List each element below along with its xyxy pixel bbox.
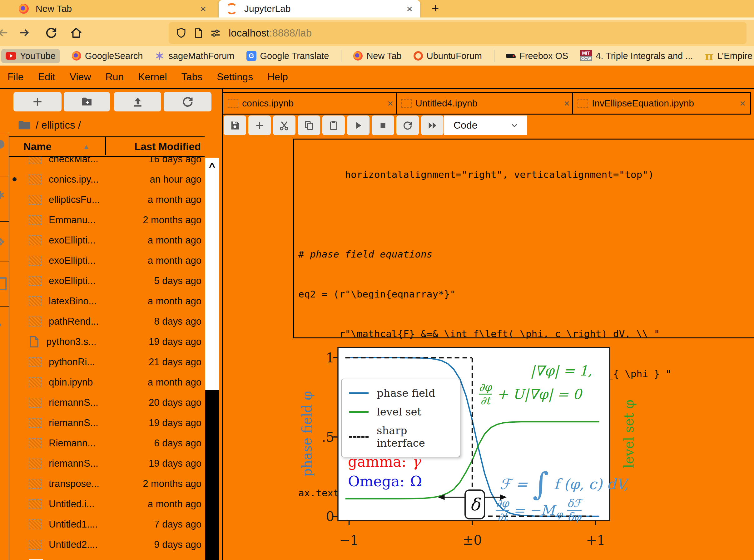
annotation-grad-eq: |∇φ| = 1, xyxy=(530,363,592,379)
browser-tab-newtab[interactable]: New Tab × xyxy=(19,0,206,18)
list-item[interactable]: Untitled.i...a month ago xyxy=(9,494,205,514)
cut-cells-button[interactable] xyxy=(273,116,295,135)
run-cell-button[interactable] xyxy=(347,116,369,135)
cell-type-dropdown[interactable]: Code xyxy=(444,116,527,135)
bookmark-googlesearch[interactable]: GoogleSearch xyxy=(72,51,143,61)
notebook-icon xyxy=(29,540,42,550)
close-tab-icon[interactable]: × xyxy=(387,98,393,109)
column-modified[interactable]: Last Modified xyxy=(134,141,201,153)
close-tab-icon[interactable]: × xyxy=(740,98,746,109)
notebook-tab-conics[interactable]: conics.ipynb × xyxy=(223,92,399,115)
upload-button[interactable] xyxy=(114,92,161,112)
file-modified: 19 days ago xyxy=(149,417,205,428)
new-folder-button[interactable] xyxy=(64,92,110,112)
list-item[interactable]: Untitled1....7 days ago xyxy=(9,514,205,534)
list-item[interactable]: ellipticsFu...a month ago xyxy=(9,189,205,210)
list-item[interactable]: conics.ipy...an hour ago xyxy=(9,169,205,189)
bookmark-ubuntuforum[interactable]: UbuntuForum xyxy=(413,51,482,61)
list-item[interactable]: pythonRi...21 days ago xyxy=(9,352,205,372)
menu-file[interactable]: File xyxy=(7,71,24,83)
file-list[interactable]: checkMat...16 days agoconics.ipy...an ho… xyxy=(9,156,205,560)
menu-tabs[interactable]: Tabs xyxy=(181,71,203,83)
permissions-sliders-icon[interactable] xyxy=(210,27,221,39)
new-launcher-button[interactable] xyxy=(14,92,61,112)
sort-ascending-icon[interactable]: ▲ xyxy=(83,143,90,151)
menubar-divider xyxy=(0,88,754,89)
list-item[interactable]: riemannS...19 days ago xyxy=(9,413,205,433)
menu-run[interactable]: Run xyxy=(105,71,124,83)
notebook-icon xyxy=(29,156,42,164)
list-item[interactable]: exoEllipti...5 days ago xyxy=(9,271,205,291)
stop-kernel-button[interactable] xyxy=(372,116,394,135)
add-cell-button[interactable] xyxy=(248,116,271,135)
close-tab-icon[interactable]: × xyxy=(564,98,570,109)
sidebar-tab-running-icon[interactable] xyxy=(0,140,4,148)
scrollbar-up-button[interactable]: ^ xyxy=(205,158,219,175)
annotation-phase-field-eq: ∂φ∂t = −M φ δℱδφ xyxy=(496,498,582,522)
column-name[interactable]: Name xyxy=(23,141,52,153)
file-name: qbin.ipynb xyxy=(49,377,93,388)
column-divider[interactable] xyxy=(105,136,106,155)
plot-ylabel-left: phase field φ xyxy=(299,391,314,477)
list-item[interactable]: python3.s...19 days ago xyxy=(9,332,205,352)
plot-legend: phase field level set sharp interface xyxy=(341,379,460,457)
home-icon[interactable] xyxy=(67,24,85,41)
bookmark-newtab[interactable]: New Tab xyxy=(353,51,401,61)
bookmark-freebox[interactable]: Freebox OS xyxy=(506,51,568,61)
list-item[interactable]: Riemann...6 days ago xyxy=(9,433,205,453)
scrollbar-track[interactable] xyxy=(205,390,219,560)
save-button[interactable] xyxy=(224,116,246,135)
paste-cells-button[interactable] xyxy=(322,116,345,135)
bookmark-google-translate[interactable]: G Google Translate xyxy=(247,51,329,61)
list-item[interactable]: pathRend...8 days ago xyxy=(9,311,205,332)
forward-button[interactable] xyxy=(16,24,33,41)
reload-icon[interactable] xyxy=(42,24,60,41)
bookmark-mit-ocw[interactable]: MITOCW 4. Triple Integrals and ... xyxy=(580,50,693,62)
url-bar[interactable]: localhost:8888/lab xyxy=(169,22,747,44)
list-item[interactable]: Untitled3...9 minutes ago xyxy=(9,555,205,560)
list-item[interactable]: transpose...2 months ago xyxy=(9,474,205,494)
new-tab-button[interactable]: + xyxy=(432,1,439,15)
list-item[interactable]: Emmanu...2 months ago xyxy=(9,210,205,230)
copy-cells-button[interactable] xyxy=(298,116,320,135)
close-tab-icon[interactable]: × xyxy=(200,3,206,15)
breadcrumb[interactable]: / elliptics / xyxy=(18,119,81,131)
menu-help[interactable]: Help xyxy=(267,71,288,83)
list-item[interactable]: latexBino...a month ago xyxy=(9,291,205,311)
menu-kernel[interactable]: Kernel xyxy=(138,71,167,83)
bookmark-empire-des-nombres[interactable]: π L’Empire des nombres... xyxy=(705,49,754,63)
bookmark-youtube[interactable]: YouTube xyxy=(1,49,60,63)
sage-flower-icon xyxy=(155,51,165,61)
shield-icon[interactable] xyxy=(176,27,187,39)
menu-settings[interactable]: Settings xyxy=(217,71,253,83)
refresh-file-list-button[interactable] xyxy=(164,92,211,112)
menu-edit[interactable]: Edit xyxy=(38,71,55,83)
browser-tab-jupyterlab[interactable]: JupyterLab × xyxy=(219,0,420,18)
sidebar-tab-extension-icon[interactable]: ❖ xyxy=(0,236,5,248)
sidebar-tab-gear-icon[interactable]: ✱ xyxy=(0,189,5,201)
cell-output-plot: phase field φ level set φ 1 .5 0 −1 ±0 +… xyxy=(222,340,754,560)
page-info-icon[interactable] xyxy=(193,28,204,38)
notebook-icon xyxy=(29,377,42,387)
sidebar-tab-dot-icon[interactable] xyxy=(0,323,1,327)
file-modified: a month ago xyxy=(148,377,205,388)
restart-kernel-button[interactable] xyxy=(397,116,419,135)
notebook-tab-invellipse[interactable]: InvEllipseEquation.ipynb × xyxy=(572,92,751,115)
back-button[interactable] xyxy=(0,24,12,41)
menu-view[interactable]: View xyxy=(70,71,91,83)
list-item[interactable]: exoEllipti...a month ago xyxy=(9,230,205,251)
restart-run-all-button[interactable] xyxy=(421,116,444,135)
list-item[interactable]: checkMat...16 days ago xyxy=(9,156,205,169)
list-item[interactable]: riemannS...20 days ago xyxy=(9,393,205,413)
notebook-tab-untitled4[interactable]: Untitled4.ipynb × xyxy=(396,92,575,115)
notebook-icon xyxy=(29,296,42,306)
code-cell[interactable]: horizontalalignment="right", verticalali… xyxy=(293,139,754,338)
list-item[interactable]: exoEllipti...a month ago xyxy=(9,251,205,271)
sidebar-tab-card-icon[interactable] xyxy=(0,277,7,290)
list-item[interactable]: Untitled2....9 days ago xyxy=(9,534,205,555)
list-item[interactable]: qbin.ipynba month ago xyxy=(9,372,205,393)
list-item[interactable]: riemannS...19 days ago xyxy=(9,453,205,474)
bookmark-sagemathforum[interactable]: sageMathForum xyxy=(155,51,234,61)
close-tab-icon[interactable]: × xyxy=(406,3,412,15)
scrollbar-thumb[interactable] xyxy=(205,175,219,390)
